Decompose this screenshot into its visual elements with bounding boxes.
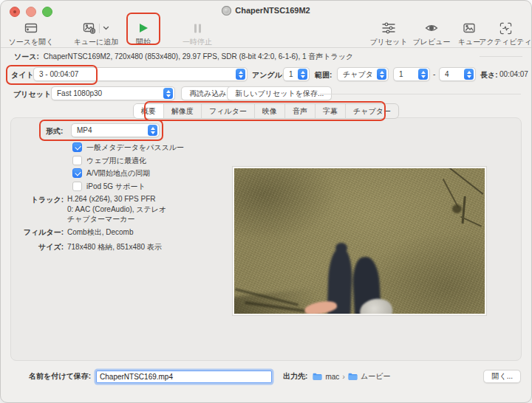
range-label: 範囲: <box>315 70 332 80</box>
format-select[interactable]: MP4 <box>71 123 160 137</box>
preset-label: プリセット: <box>13 89 54 100</box>
checkbox-row-web-optimized[interactable]: ウェブ用に最適化 <box>72 156 146 165</box>
presets-label: プリセット <box>369 37 407 47</box>
checkbox-row-metadata[interactable]: 一般メタデータをパススルー <box>72 142 184 152</box>
range-type-value: チャプター <box>343 69 372 80</box>
traffic-lights <box>10 7 52 17</box>
scan-icon <box>499 21 512 35</box>
source-row: ソース: ChaperNTSC169M2, 720x480 (853x480),… <box>14 52 353 62</box>
track-label: トラック: <box>19 195 64 205</box>
tab-filters[interactable]: フィルター <box>202 104 255 118</box>
title-row: タイトル: 3 - 00:04:07 アングル: 1 範囲: チャプター 1 -… <box>1 66 531 83</box>
legs-silhouette <box>234 168 485 314</box>
sliders-icon <box>382 21 395 35</box>
angle-select[interactable]: 1 <box>283 67 310 81</box>
duration-label: 長さ: <box>480 70 498 80</box>
preset-row: プリセット: Fast 1080p30 再読み込み 新しいプリセットを保存... <box>1 86 531 103</box>
tab-dimensions[interactable]: 解像度 <box>164 104 202 118</box>
folder-icon <box>313 373 322 380</box>
format-select-value: MP4 <box>77 126 143 134</box>
presets-button[interactable]: プリセット <box>369 21 409 47</box>
toolbar: ソースを開く キューに追加 開始 一時停止 <box>1 18 531 48</box>
filename-input[interactable] <box>96 371 272 383</box>
preview-label: プレビュー <box>413 37 451 47</box>
track-line: H.264 (x264), 30 FPS PFR <box>67 195 156 203</box>
zoom-button[interactable] <box>42 7 52 17</box>
activity-label: アクティビティ <box>479 37 532 47</box>
tab-subtitles[interactable]: 字幕 <box>316 104 346 118</box>
range-type-select[interactable]: チャプター <box>337 67 389 81</box>
title-select[interactable]: 3 - 00:04:07 <box>33 67 248 81</box>
drive-icon <box>24 21 38 35</box>
checkbox-row-av-align[interactable]: A/V開始地点の同期 <box>72 168 150 178</box>
add-image-icon <box>83 21 96 35</box>
destination-label: 出力先: <box>283 371 307 382</box>
angle-label: アングル: <box>252 70 284 80</box>
checkbox[interactable] <box>72 156 82 165</box>
checkbox[interactable] <box>72 168 82 178</box>
minimize-button[interactable] <box>26 7 36 17</box>
close-button[interactable] <box>10 7 20 17</box>
add-to-queue-button[interactable]: キューに追加 <box>64 21 128 47</box>
open-source-label: ソースを開く <box>9 37 54 47</box>
checkbox-label: A/V開始地点の同期 <box>86 168 150 179</box>
divider <box>480 56 522 57</box>
save-new-preset-button[interactable]: 新しいプリセットを保存... <box>227 86 332 100</box>
stepper-icon <box>163 88 173 99</box>
range-separator: - <box>433 70 435 78</box>
document-icon <box>222 6 231 16</box>
stepper-icon <box>148 125 157 136</box>
breadcrumb-item: mac <box>325 373 339 381</box>
window-title-group: ChaperNTSC169M2 <box>222 6 310 16</box>
source-value: ChaperNTSC169M2, 720x480 (853x480), 29.9… <box>44 52 353 62</box>
format-label: 形式: <box>46 126 63 137</box>
destination-breadcrumb[interactable]: mac › ムービー <box>313 371 390 382</box>
queue-label: キュー <box>458 37 480 47</box>
stepper-icon <box>377 69 386 80</box>
play-icon <box>139 21 149 35</box>
checkbox[interactable] <box>72 142 82 152</box>
window-title: ChaperNTSC169M2 <box>235 6 310 15</box>
open-destination-button[interactable]: 開く... <box>483 370 521 383</box>
checkbox-row-ipod[interactable]: iPod 5G サポート <box>72 182 146 191</box>
titlebar: ChaperNTSC169M2 <box>1 1 531 20</box>
eye-icon <box>425 21 438 35</box>
checkbox-label: 一般メタデータをパススルー <box>86 142 184 153</box>
pause-label: 一時停止 <box>183 37 212 47</box>
chevron-down-icon[interactable] <box>103 24 109 32</box>
stepper-icon <box>298 69 307 80</box>
add-to-queue-label: キューに追加 <box>74 37 119 47</box>
video-preview-image <box>233 167 486 315</box>
duration-value: 00:04:07 <box>499 70 528 78</box>
start-label: 開始 <box>136 37 151 47</box>
checkbox[interactable] <box>72 182 82 191</box>
angle-select-value: 1 <box>289 70 293 78</box>
preset-select[interactable]: Fast 1080p30 <box>51 86 175 100</box>
range-from-value: 1 <box>399 70 414 78</box>
stepper-icon <box>418 69 428 80</box>
breadcrumb-separator: › <box>342 372 345 381</box>
bottom-bar: 名前を付けて保存: 出力先: mac › ムービー 開く... <box>29 368 521 385</box>
folder-icon <box>348 373 358 380</box>
tab-summary[interactable]: 概要 <box>134 104 164 118</box>
summary-pane: 形式: MP4 一般メタデータをパススルー ウェブ用に最適化 A/V開始地点の同… <box>10 117 522 361</box>
checkbox-label: iPod 5G サポート <box>86 182 146 192</box>
activity-button[interactable]: アクティビティ <box>482 21 528 47</box>
size-value: 718x480 格納, 851x480 表示 <box>67 242 162 252</box>
tab-audio[interactable]: 音声 <box>285 104 316 118</box>
toolbar-divider <box>99 24 100 33</box>
range-from-select[interactable]: 1 <box>393 67 430 81</box>
stepper-icon <box>236 69 245 80</box>
start-button[interactable]: 開始 <box>128 21 159 47</box>
tab-video[interactable]: 映像 <box>255 104 285 118</box>
divider <box>320 94 521 94</box>
filters-label: フィルター: <box>19 227 64 238</box>
preview-button[interactable]: プレビュー <box>412 21 451 47</box>
range-to-select[interactable]: 4 <box>439 67 476 81</box>
size-label: サイズ: <box>19 242 64 252</box>
stepper-icon <box>464 69 474 80</box>
tab-chapters[interactable]: チャプター <box>346 104 398 118</box>
open-source-button[interactable]: ソースを開く <box>7 21 55 47</box>
checkbox-label: ウェブ用に最適化 <box>86 156 146 166</box>
pause-icon <box>194 21 202 35</box>
